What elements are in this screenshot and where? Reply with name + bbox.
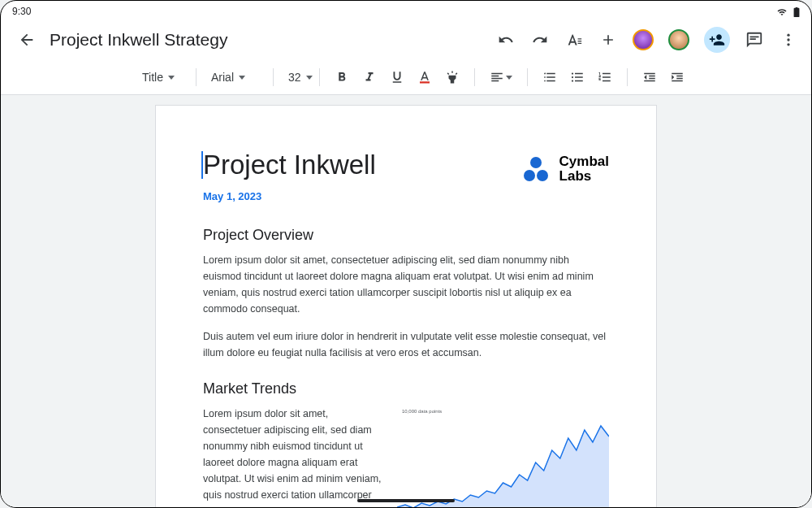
svg-point-6 (572, 72, 573, 74)
font-size-label: 32 (288, 71, 301, 84)
svg-rect-0 (794, 8, 800, 17)
arrow-left-icon (18, 31, 36, 49)
indent-increase-button[interactable] (668, 68, 686, 86)
redo-icon (532, 32, 548, 48)
separator (319, 68, 320, 86)
align-button[interactable] (485, 68, 517, 86)
checklist-button[interactable] (541, 68, 559, 86)
comment-icon (745, 31, 763, 49)
collaborator-avatar-2[interactable] (668, 29, 689, 50)
separator (627, 68, 628, 86)
doc-date[interactable]: May 1, 2023 (203, 190, 609, 202)
insert-button[interactable] (598, 30, 618, 50)
indent-decrease-button[interactable] (641, 68, 659, 86)
bullet-list-button[interactable] (568, 68, 586, 86)
svg-point-7 (572, 76, 573, 78)
battery-icon (793, 7, 800, 17)
separator (474, 68, 475, 86)
person-add-icon (709, 32, 725, 48)
svg-rect-1 (796, 7, 798, 9)
indent-decrease-icon (642, 70, 657, 85)
undo-icon (498, 32, 514, 48)
svg-rect-5 (420, 81, 430, 83)
status-bar: 9:30 (1, 1, 811, 20)
italic-button[interactable] (361, 68, 378, 86)
redo-button[interactable] (530, 30, 550, 50)
numbered-list-icon (598, 70, 612, 85)
logo-mark-icon (524, 157, 553, 181)
market-chart: 10,000 data points (397, 406, 609, 508)
wifi-icon (776, 7, 788, 17)
separator (273, 68, 274, 86)
app-header: Project Inkwell Strategy (1, 20, 811, 63)
collaborator-avatar-1[interactable] (633, 29, 654, 50)
caret-down-icon (506, 76, 512, 80)
text-format-button[interactable] (564, 30, 584, 50)
overview-paragraph-2[interactable]: Duis autem vel eum iriure dolor in hendr… (203, 328, 609, 361)
bold-button[interactable] (333, 68, 351, 86)
caret-down-icon (306, 76, 313, 80)
bullet-list-icon (570, 70, 585, 85)
checklist-icon (542, 70, 557, 85)
formatting-toolbar: Title Arial 32 (1, 63, 811, 95)
company-logo: CymbalLabs (524, 154, 609, 184)
separator (527, 68, 528, 86)
more-button[interactable] (779, 30, 798, 50)
font-size-select[interactable]: 32 (283, 69, 309, 85)
highlight-button[interactable] (443, 68, 461, 86)
caret-down-icon (168, 76, 175, 80)
style-select-label: Title (142, 71, 163, 84)
plus-icon (600, 32, 616, 48)
overview-paragraph-1[interactable]: Lorem ipsum dolor sit amet, consectetuer… (203, 252, 609, 317)
section-heading-market[interactable]: Market Trends (203, 380, 609, 397)
undo-button[interactable] (496, 30, 516, 50)
underline-button[interactable] (388, 68, 406, 86)
text-color-icon (417, 70, 432, 85)
comments-button[interactable] (745, 30, 764, 50)
italic-icon (362, 70, 377, 85)
chart-caption: 10,000 data points (402, 409, 442, 414)
highlight-icon (445, 70, 460, 85)
document-page[interactable]: Project Inkwell CymbalLabs May 1, 2023 P… (155, 105, 657, 508)
more-vert-icon (780, 32, 797, 48)
bold-icon (335, 70, 349, 85)
text-format-icon (565, 31, 583, 49)
logo-text: CymbalLabs (559, 154, 609, 184)
line-chart-icon (397, 406, 609, 508)
font-select-label: Arial (211, 71, 234, 84)
font-select[interactable]: Arial (206, 69, 263, 85)
section-heading-overview[interactable]: Project Overview (203, 227, 609, 244)
status-icons (773, 6, 800, 17)
numbered-list-button[interactable] (596, 68, 614, 86)
separator (196, 68, 197, 86)
align-left-icon (490, 70, 504, 85)
status-time: 9:30 (12, 6, 31, 17)
doc-title-text: Project Inkwell (203, 150, 376, 180)
market-paragraph-1[interactable]: Lorem ipsum dolor sit amet, consectetuer… (203, 406, 386, 508)
svg-point-4 (787, 43, 789, 46)
back-button[interactable] (17, 30, 37, 50)
text-cursor (201, 151, 203, 179)
text-color-button[interactable] (416, 68, 434, 86)
underline-icon (390, 70, 404, 85)
doc-title-heading[interactable]: Project Inkwell (203, 150, 376, 180)
share-button[interactable] (704, 27, 730, 53)
svg-point-3 (787, 38, 789, 41)
editor-canvas[interactable]: Project Inkwell CymbalLabs May 1, 2023 P… (1, 95, 811, 508)
svg-point-2 (787, 34, 789, 37)
navigation-handle[interactable] (357, 499, 455, 502)
caret-down-icon (239, 76, 245, 80)
svg-point-8 (572, 80, 573, 81)
style-select[interactable]: Title (137, 69, 186, 85)
indent-increase-icon (670, 70, 685, 85)
document-title[interactable]: Project Inkwell Strategy (50, 30, 227, 50)
